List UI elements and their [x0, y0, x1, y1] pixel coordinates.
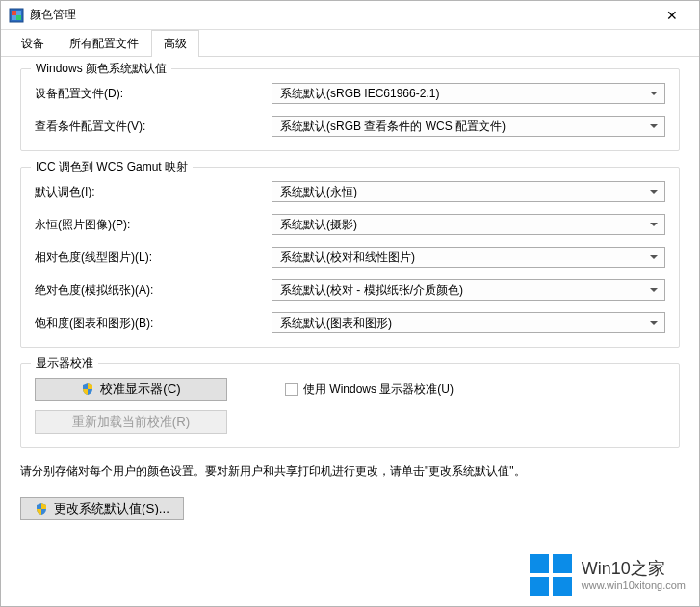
select-device-profile-value: 系统默认(sRGB IEC61966-2.1) [280, 86, 439, 102]
select-default-intent-value: 系统默认(永恒) [280, 184, 357, 200]
windows-logo-icon [530, 554, 572, 596]
select-relative-colorimetric[interactable]: 系统默认(校对和线性图片) [272, 247, 665, 268]
checkbox-box [285, 383, 298, 396]
svg-rect-4 [530, 554, 549, 573]
label-perceptual: 永恒(照片图像)(P): [35, 217, 272, 233]
tab-advanced[interactable]: 高级 [151, 30, 199, 57]
calibrate-display-label: 校准显示器(C) [100, 381, 181, 398]
tab-all-profiles[interactable]: 所有配置文件 [57, 30, 151, 57]
svg-rect-7 [553, 577, 572, 596]
select-perceptual[interactable]: 系统默认(摄影) [272, 214, 665, 235]
svg-rect-3 [16, 15, 21, 20]
group-legend-calibration: 显示器校准 [31, 356, 98, 372]
select-default-intent[interactable]: 系统默认(永恒) [272, 181, 665, 202]
tab-devices[interactable]: 设备 [9, 30, 57, 57]
select-relative-colorimetric-value: 系统默认(校对和线性图片) [280, 250, 415, 266]
label-relative-colorimetric: 相对色度(线型图片)(L): [35, 250, 272, 266]
select-absolute-colorimetric-value: 系统默认(校对 - 模拟纸张/介质颜色) [280, 282, 463, 299]
label-absolute-colorimetric: 绝对色度(模拟纸张)(A): [35, 282, 272, 299]
label-device-profile: 设备配置文件(D): [35, 86, 272, 102]
select-saturation-value: 系统默认(图表和图形) [280, 315, 392, 331]
calibrate-display-button[interactable]: 校准显示器(C) [35, 378, 227, 401]
window-title: 颜色管理 [30, 7, 76, 23]
select-viewing-profile[interactable]: 系统默认(sRGB 查看条件的 WCS 配置文件) [272, 116, 665, 137]
app-icon [9, 8, 24, 23]
select-saturation[interactable]: 系统默认(图表和图形) [272, 312, 665, 333]
use-windows-calibration-checkbox[interactable]: 使用 Windows 显示器校准(U) [285, 382, 454, 398]
group-icc-mapping: ICC 调色到 WCS Gamut 映射 默认调色(I): 系统默认(永恒) 永… [20, 167, 680, 348]
group-display-calibration: 显示器校准 校准显示器(C) 使用 Windows 显示器校准(U) [20, 363, 680, 448]
select-perceptual-value: 系统默认(摄影) [280, 217, 357, 233]
shield-icon [81, 383, 94, 396]
watermark-title: Win10之家 [582, 558, 686, 580]
reload-calibration-button: 重新加载当前校准(R) [35, 410, 227, 434]
svg-rect-6 [530, 577, 549, 596]
select-absolute-colorimetric[interactable]: 系统默认(校对 - 模拟纸张/介质颜色) [272, 279, 665, 301]
group-legend-defaults: Windows 颜色系统默认值 [31, 61, 171, 77]
label-saturation: 饱和度(图表和图形)(B): [35, 315, 272, 331]
label-viewing-profile: 查看条件配置文件(V): [35, 119, 272, 135]
select-viewing-profile-value: 系统默认(sRGB 查看条件的 WCS 配置文件) [280, 119, 506, 135]
change-system-defaults-label: 更改系统默认值(S)... [54, 500, 169, 517]
shield-icon [35, 502, 48, 515]
reload-calibration-label: 重新加载当前校准(R) [72, 413, 191, 431]
group-windows-defaults: Windows 颜色系统默认值 设备配置文件(D): 系统默认(sRGB IEC… [20, 68, 680, 151]
svg-rect-2 [12, 11, 16, 15]
label-default-intent: 默认调色(I): [35, 184, 272, 200]
watermark: Win10之家 www.win10xitong.com [530, 554, 686, 596]
tab-strip: 设备 所有配置文件 高级 [1, 30, 699, 57]
hint-text: 请分别存储对每个用户的颜色设置。要对新用户和共享打印机进行更改，请单击"更改系统… [20, 463, 680, 480]
svg-rect-5 [553, 554, 572, 573]
close-button[interactable]: ✕ [653, 1, 691, 30]
select-device-profile[interactable]: 系统默认(sRGB IEC61966-2.1) [272, 83, 665, 104]
group-legend-icc: ICC 调色到 WCS Gamut 映射 [31, 159, 193, 175]
change-system-defaults-button[interactable]: 更改系统默认值(S)... [20, 497, 184, 520]
use-windows-calibration-label: 使用 Windows 显示器校准(U) [303, 382, 454, 398]
watermark-url: www.win10xitong.com [582, 579, 686, 593]
